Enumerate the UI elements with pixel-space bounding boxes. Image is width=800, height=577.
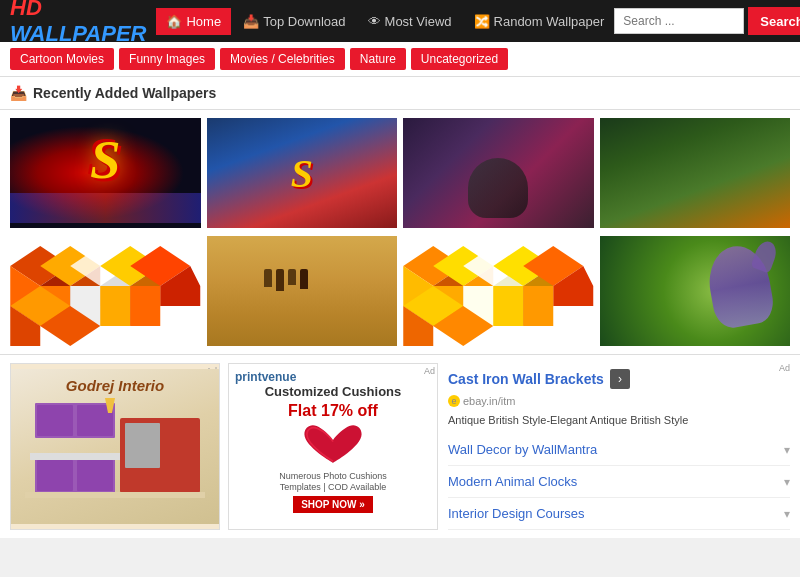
logo-hd: HD xyxy=(10,0,42,20)
cushion-headline: Customized Cushions xyxy=(265,384,402,400)
cushion-shop-button[interactable]: SHOP NOW » xyxy=(293,496,373,513)
sidebar-link-list: Wall Decor by WallMantra ▾ Modern Animal… xyxy=(448,434,790,530)
cat-funny-images[interactable]: Funny Images xyxy=(119,48,215,70)
section-title: 📥 Recently Added Wallpapers xyxy=(0,77,800,110)
cushion-brand: printvenue xyxy=(235,370,296,384)
wallpaper-item[interactable] xyxy=(600,236,791,346)
svg-rect-46 xyxy=(25,492,205,498)
svg-marker-35 xyxy=(523,286,553,326)
sidebar-link-item[interactable]: Interior Design Courses ▾ xyxy=(448,498,790,530)
svg-marker-14 xyxy=(100,286,130,326)
ad-block-kitchen[interactable]: Ad Godrej Interio xyxy=(10,363,220,530)
svg-rect-41 xyxy=(77,460,113,491)
wallpaper-item[interactable] xyxy=(403,118,594,228)
wallpaper-item[interactable] xyxy=(600,118,791,228)
ad-marker-2: Ad xyxy=(424,366,435,376)
chevron-down-icon: ▾ xyxy=(784,475,790,489)
cushion-heart-illustration xyxy=(293,422,373,471)
svg-rect-40 xyxy=(37,460,73,491)
cushion-subtext: Numerous Photo CushionsTemplates | COD A… xyxy=(279,471,387,494)
wallpaper-grid-row2 xyxy=(0,236,800,354)
svg-marker-17 xyxy=(130,286,160,326)
svg-rect-44 xyxy=(125,423,160,468)
wallpaper-item[interactable] xyxy=(403,236,594,346)
wallpaper-item[interactable]: S xyxy=(10,118,201,228)
kitchen-brand: Godrej Interio xyxy=(66,377,164,394)
ad-block-cushions[interactable]: Ad printvenue Customized Cushions Flat 1… xyxy=(228,363,438,530)
search-input[interactable] xyxy=(614,8,744,34)
download-icon: 📥 xyxy=(243,14,259,29)
svg-rect-37 xyxy=(37,405,73,436)
cat-cartoon-movies[interactable]: Cartoon Movies xyxy=(10,48,114,70)
search-area: Search xyxy=(614,7,800,35)
site-logo[interactable]: HD WALLPAPER xyxy=(10,0,146,47)
sidebar-link-item[interactable]: Modern Animal Clocks ▾ xyxy=(448,466,790,498)
site-header: HD WALLPAPER 🏠 Home 📥 Top Download 👁 Mos… xyxy=(0,0,800,42)
svg-rect-42 xyxy=(30,453,120,460)
bottom-area: Ad Godrej Interio xyxy=(0,354,800,538)
cat-uncategorized[interactable]: Uncategorized xyxy=(411,48,508,70)
nav-top-download[interactable]: 📥 Top Download xyxy=(233,8,355,35)
sidebar-go-button[interactable]: › xyxy=(610,369,630,389)
sidebar-main-link[interactable]: Cast Iron Wall Brackets xyxy=(448,371,604,387)
wallpaper-grid-row1: S S xyxy=(0,110,800,236)
category-bar: Cartoon Movies Funny Images Movies / Cel… xyxy=(0,42,800,77)
chevron-down-icon: ▾ xyxy=(784,443,790,457)
home-icon: 🏠 xyxy=(166,14,182,29)
ebay-icon: e xyxy=(448,395,460,407)
sidebar-desc: Antique British Style-Elegant Antique Br… xyxy=(448,413,790,428)
search-button[interactable]: Search xyxy=(748,7,800,35)
cat-movies-celebrities[interactable]: Movies / Celebrities xyxy=(220,48,345,70)
wallpaper-item[interactable]: S xyxy=(207,118,398,228)
wallpaper-item[interactable] xyxy=(207,236,398,346)
chevron-down-icon: ▾ xyxy=(784,507,790,521)
shuffle-icon: 🔀 xyxy=(474,14,490,29)
sidebar-source: e ebay.in/itm xyxy=(448,395,790,407)
upload-icon: 📥 xyxy=(10,85,27,101)
sidebar-main-link-area: Cast Iron Wall Brackets › xyxy=(448,369,790,389)
nav-random[interactable]: 🔀 Random Wallpaper xyxy=(464,8,615,35)
sidebar-link-item[interactable]: Wall Decor by WallMantra ▾ xyxy=(448,434,790,466)
kitchen-illustration xyxy=(25,398,205,498)
logo-wallpaper: WALLPAPER xyxy=(10,21,146,46)
cushion-discount: Flat 17% off xyxy=(288,402,378,420)
svg-marker-32 xyxy=(493,286,523,326)
cat-nature[interactable]: Nature xyxy=(350,48,406,70)
sidebar-ads: Ad Cast Iron Wall Brackets › e ebay.in/i… xyxy=(448,363,790,530)
nav-home[interactable]: 🏠 Home xyxy=(156,8,231,35)
ad-marker-sidebar: Ad xyxy=(779,363,790,373)
nav-most-viewed[interactable]: 👁 Most Viewd xyxy=(358,8,462,35)
eye-icon: 👁 xyxy=(368,14,381,29)
wallpaper-item[interactable] xyxy=(10,236,201,346)
main-nav: 🏠 Home 📥 Top Download 👁 Most Viewd 🔀 Ran… xyxy=(156,8,614,35)
